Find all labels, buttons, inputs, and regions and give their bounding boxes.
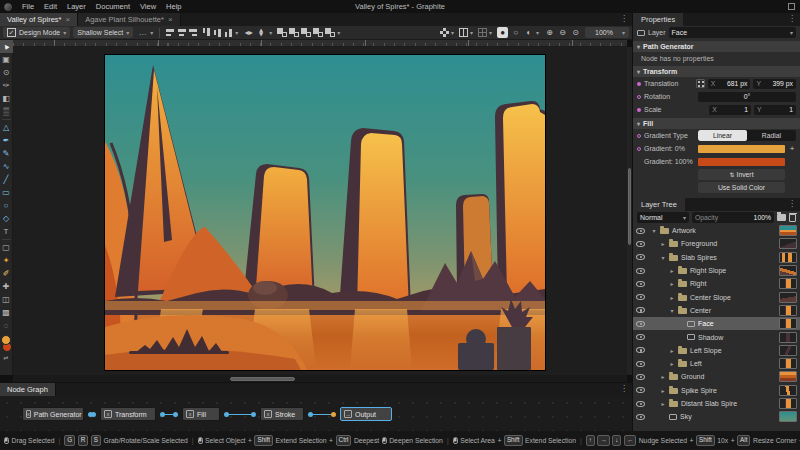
- boolean-difference-icon[interactable]: [325, 28, 335, 37]
- menu-document[interactable]: Document: [91, 2, 135, 11]
- expand-arrow-icon[interactable]: ▾: [669, 307, 675, 314]
- vertical-scrollbar-thumb[interactable]: [628, 168, 631, 245]
- radial-button[interactable]: Radial: [747, 130, 796, 141]
- pivot-options-button[interactable]: … ▾: [136, 27, 154, 38]
- properties-panel-menu-icon[interactable]: ⋮: [784, 13, 800, 26]
- gradient-stop100-swatch[interactable]: [698, 158, 785, 166]
- imaginate-tool[interactable]: ✦: [0, 254, 13, 267]
- layer-row-right-slope[interactable]: ▸Right Slope: [633, 264, 800, 277]
- input-port[interactable]: [251, 412, 256, 417]
- align-top-icon[interactable]: [202, 28, 211, 37]
- rectangle-tool[interactable]: ▭: [0, 186, 13, 199]
- zoom-level-dropdown[interactable]: 100%▾: [585, 27, 629, 38]
- view-mode-pixels-icon[interactable]: ◐: [523, 27, 534, 38]
- input-port[interactable]: [91, 412, 96, 417]
- opacity-field[interactable]: Opacity 100%: [692, 212, 774, 223]
- snapping-icon[interactable]: [459, 28, 468, 37]
- expand-arrow-icon[interactable]: ▸: [660, 400, 666, 407]
- grid-icon[interactable]: [478, 28, 487, 37]
- node-fill[interactable]: xFill: [182, 407, 220, 421]
- visibility-eye-icon[interactable]: [636, 321, 645, 327]
- menu-file[interactable]: File: [17, 2, 39, 11]
- boolean-union-icon[interactable]: [277, 28, 287, 37]
- swap-colors-icon[interactable]: ⇄: [3, 355, 8, 362]
- align-middle-icon[interactable]: [213, 28, 222, 37]
- layer-row-foreground[interactable]: ▸Foreground: [633, 237, 800, 250]
- rotation-field[interactable]: 0°: [698, 92, 796, 102]
- view-mode-normal-icon[interactable]: ●: [497, 27, 508, 38]
- input-port[interactable]: [331, 412, 336, 417]
- expand-arrow-icon[interactable]: ▸: [660, 373, 666, 380]
- path-tool[interactable]: △: [0, 121, 13, 134]
- translation-x-field[interactable]: X681 px: [708, 79, 751, 89]
- pivot-widget[interactable]: [696, 79, 705, 88]
- frame-tool[interactable]: ▢: [0, 241, 13, 254]
- document-panel-menu-icon[interactable]: ⋮: [616, 13, 632, 26]
- node-transform[interactable]: xTransform: [100, 407, 156, 421]
- document-tab[interactable]: Agave Plant Silhouette*×: [78, 13, 180, 26]
- use-solid-color-button[interactable]: Use Solid Color: [698, 182, 785, 193]
- close-icon[interactable]: ×: [65, 15, 70, 25]
- visibility-eye-icon[interactable]: [636, 294, 645, 300]
- clone-tool[interactable]: ◫: [0, 293, 13, 306]
- layer-row-shadow[interactable]: Shadow: [633, 330, 800, 343]
- flip-horizontal-icon[interactable]: ◂▸: [243, 27, 254, 38]
- layer-row-left-slope[interactable]: ▸Left Slope: [633, 344, 800, 357]
- layer-row-face[interactable]: Face: [633, 317, 800, 330]
- layer-selector-dropdown[interactable]: Face ▾: [669, 27, 796, 38]
- translation-y-field[interactable]: Y399 px: [753, 79, 796, 89]
- layer-row-center-slope[interactable]: ▸Center Slope: [633, 290, 800, 303]
- eyedropper-tool[interactable]: ✑: [0, 79, 13, 92]
- visibility-eye-icon[interactable]: [636, 241, 645, 247]
- parameter-dot-icon[interactable]: [637, 95, 641, 99]
- layer-row-center[interactable]: ▾Center: [633, 304, 800, 317]
- layer-row-distant-slab-spire[interactable]: ▸Distant Slab Spire: [633, 397, 800, 410]
- expand-arrow-icon[interactable]: ▾: [651, 227, 657, 234]
- node-path-generator[interactable]: xPath Generator: [22, 407, 84, 421]
- tab-layer-tree[interactable]: Layer Tree: [633, 198, 685, 211]
- boolean-subtract-back-icon[interactable]: [301, 28, 311, 37]
- node-graph-canvas[interactable]: xPath GeneratorxTransformxFillxStroke→Ou…: [0, 396, 632, 431]
- visibility-eye-icon[interactable]: [636, 281, 645, 287]
- layer-tree-panel-menu-icon[interactable]: ⋮: [784, 198, 800, 211]
- boolean-subtract-front-icon[interactable]: [289, 28, 299, 37]
- blend-mode-dropdown[interactable]: Normal ▾: [637, 212, 689, 223]
- layer-row-left[interactable]: ▸Left: [633, 357, 800, 370]
- visibility-eye-icon[interactable]: [636, 268, 645, 274]
- linear-button[interactable]: Linear: [698, 130, 747, 141]
- artboard-background-icon[interactable]: [440, 28, 449, 37]
- zoom-out-icon[interactable]: ⊖: [557, 27, 568, 38]
- fill-tool[interactable]: ◧: [0, 92, 13, 105]
- menu-layer[interactable]: Layer: [62, 2, 91, 11]
- artboard-tool[interactable]: ▣: [0, 53, 13, 66]
- scale-x-field[interactable]: X1: [709, 105, 751, 115]
- node-graph-panel-menu-icon[interactable]: ⋮: [616, 383, 632, 396]
- layer-row-slab-spires[interactable]: ▾Slab Spires: [633, 251, 800, 264]
- expand-arrow-icon[interactable]: ▸: [660, 387, 666, 394]
- section-fill[interactable]: ▾ Fill: [633, 118, 800, 129]
- node-output[interactable]: →Output: [340, 407, 392, 421]
- document-tab[interactable]: Valley of Spires*×: [0, 13, 78, 26]
- node-stroke[interactable]: xStroke: [260, 407, 304, 421]
- tab-node-graph[interactable]: Node Graph: [0, 383, 56, 396]
- visibility-eye-icon[interactable]: [636, 228, 645, 234]
- visibility-eye-icon[interactable]: [636, 307, 645, 313]
- layer-row-sky[interactable]: Sky: [633, 410, 800, 423]
- section-path-generator[interactable]: ▾ Path Generator: [633, 41, 800, 52]
- fullscreen-icon[interactable]: [788, 3, 795, 10]
- expand-arrow-icon[interactable]: ▸: [669, 347, 675, 354]
- menu-help[interactable]: Help: [161, 2, 186, 11]
- visibility-eye-icon[interactable]: [636, 334, 645, 340]
- pen-tool[interactable]: ✒: [0, 134, 13, 147]
- select-tool[interactable]: ▲: [0, 40, 13, 53]
- parameter-dot-icon[interactable]: [637, 108, 641, 112]
- patch-tool[interactable]: ▩: [0, 306, 13, 319]
- menu-edit[interactable]: Edit: [39, 2, 62, 11]
- visibility-eye-icon[interactable]: [636, 374, 645, 380]
- visibility-eye-icon[interactable]: [636, 414, 645, 420]
- select-mode-dropdown[interactable]: Shallow Select ▾: [73, 27, 133, 38]
- gradient-tool[interactable]: ▒: [0, 105, 13, 118]
- brush-tool[interactable]: ✐: [0, 267, 13, 280]
- heal-tool[interactable]: ✚: [0, 280, 13, 293]
- tab-properties[interactable]: Properties: [633, 13, 683, 26]
